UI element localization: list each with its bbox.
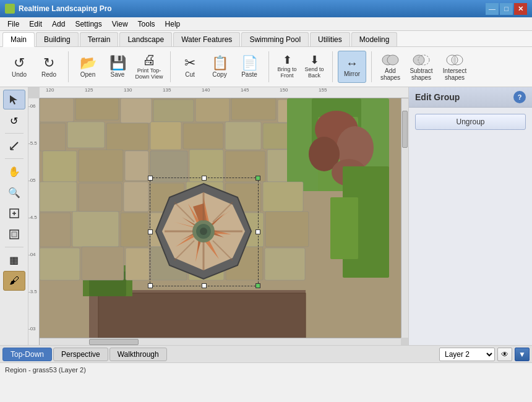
medallion [151,179,256,284]
scrollbar-vertical-thumb[interactable] [402,111,408,148]
save-icon: 💾 [109,56,126,70]
print-button[interactable]: 🖨 Print Top-Down View [133,50,165,83]
undo-redo-group: ↺ Undo ↻ Redo [5,51,63,83]
tab-modeling[interactable]: Modeling [351,32,398,46]
tab-main[interactable]: Main [2,32,35,47]
tab-terrain[interactable]: Terrain [80,32,119,46]
menu-help[interactable]: Help [160,19,186,30]
app-title: Realtime Landscaping Pro [19,4,482,13]
cut-button[interactable]: ✂ Cut [176,51,204,83]
ungroup-button[interactable]: Ungroup [415,114,526,130]
redo-icon: ↻ [43,56,54,70]
subtract-shapes-button[interactable]: Subtract shapes [405,49,437,84]
bring-front-button[interactable]: ⬆ Bring to Front [274,51,300,83]
menu-add[interactable]: Add [47,19,70,30]
copy-button[interactable]: 📋 Copy [205,51,234,83]
save-button[interactable]: 💾 Save [103,51,132,83]
bring-front-icon: ⬆ [283,54,292,66]
intersect-shapes-label: Intersect shapes [440,67,469,81]
tab-water-features[interactable]: Water Features [173,32,240,46]
select-tool[interactable] [3,90,25,109]
svg-rect-61 [72,212,119,247]
measure-tool[interactable] [3,136,25,156]
ruler-vertical: -06 -5.5 -05 -4.5 -04 -3.5 -03 [28,98,40,345]
undo-button[interactable]: ↺ Undo [5,51,33,83]
zoom-tool[interactable]: 🔍 [3,182,25,202]
svg-rect-62 [121,213,148,247]
menu-edit[interactable]: Edit [24,19,47,30]
send-back-button[interactable]: ⬇ Send to Back [301,51,327,83]
zoom-fit-tool[interactable] [3,225,25,244]
left-sep2 [5,158,24,159]
tab-top-down[interactable]: Top-Down [2,348,52,361]
tab-building[interactable]: Building [36,32,79,46]
svg-point-1 [387,55,398,65]
maximize-button[interactable]: □ [500,3,513,15]
svg-rect-26 [106,123,148,150]
status-bar: Region - grass53 (Layer 2) [0,362,532,376]
intersect-shapes-button[interactable]: Intersect shapes [439,49,471,84]
undo-tool-icon: ↺ [10,115,18,127]
add-shapes-button[interactable]: Add shapes [377,49,404,84]
scrollbar-horizontal-thumb[interactable] [89,339,139,345]
paste-button[interactable]: 📄 Paste [235,51,264,83]
ruler-tick: 120 [46,87,54,93]
cut-label: Cut [185,71,195,78]
ruler-tick-v: -04 [28,252,36,257]
view-tabs: Top-Down Perspective Walkthrough Layer 1… [0,345,532,362]
redo-button[interactable]: ↻ Redo [35,51,63,83]
scrollbar-horizontal[interactable] [40,338,401,345]
help-button[interactable]: ? [513,91,526,103]
svg-rect-55 [124,182,148,212]
shapes-group: Add shapes Subtract shapes Intersect sha… [377,49,471,84]
svg-rect-73 [265,248,305,280]
zoom-icon: 🔍 [8,187,20,199]
layer-dropdown[interactable]: Layer 1 Layer 2 Layer 3 [439,348,495,361]
select-icon [9,94,20,105]
svg-rect-27 [150,122,181,150]
pan-icon: ✋ [8,166,20,177]
tab-perspective[interactable]: Perspective [53,348,108,361]
open-button[interactable]: 📂 Open [74,51,102,83]
svg-rect-37 [225,151,265,182]
zoom-fit-icon [9,229,20,240]
paint-tool[interactable]: 🖌 [3,271,25,291]
ruler-tick-v: -4.5 [28,215,37,220]
measure-icon [9,140,20,152]
ruler-tick: 145 [241,87,249,93]
paint-icon: 🖌 [9,275,19,286]
svg-rect-33 [79,150,123,182]
menu-view[interactable]: View [107,19,133,30]
layer-visibility-button[interactable]: 👁 [497,348,512,361]
mirror-button[interactable]: ↔ Mirror [338,51,366,83]
undo-icon: ↺ [14,56,25,70]
tab-landscape[interactable]: Landscape [119,32,172,46]
tab-walkthrough[interactable]: Walkthrough [109,348,167,361]
layers-tool[interactable]: ▦ [3,250,25,270]
ruler-tick: 140 [202,87,210,93]
save-label: Save [111,71,125,78]
layer-settings-button[interactable]: ▼ [515,348,530,361]
menu-file[interactable]: File [2,19,24,30]
minimize-button[interactable]: — [486,3,499,15]
svg-line-7 [11,142,18,150]
menu-tools[interactable]: Tools [133,19,160,30]
ruler-horizontal: 120 125 130 135 140 145 150 155 [40,87,408,98]
sep5 [371,51,372,82]
menu-settings[interactable]: Settings [70,19,106,30]
right-panel: Edit Group ? Ungroup [408,87,532,345]
scrollbar-vertical[interactable] [401,98,408,338]
left-sep1 [5,133,24,134]
zoom-area-tool[interactable] [3,203,25,223]
canvas[interactable] [40,98,401,338]
tab-swimming-pool[interactable]: Swimming Pool [241,32,309,46]
pan-tool[interactable]: ✋ [3,161,25,181]
close-button[interactable]: ✕ [514,3,527,15]
left-toolbar: ↺ ✋ 🔍 [0,87,28,345]
copy-icon: 📋 [212,56,228,70]
tab-utilities[interactable]: Utilities [310,32,350,46]
svg-rect-29 [225,122,261,150]
svg-rect-18 [121,98,152,123]
undo-tool[interactable]: ↺ [3,111,25,130]
paste-label: Paste [241,71,257,78]
